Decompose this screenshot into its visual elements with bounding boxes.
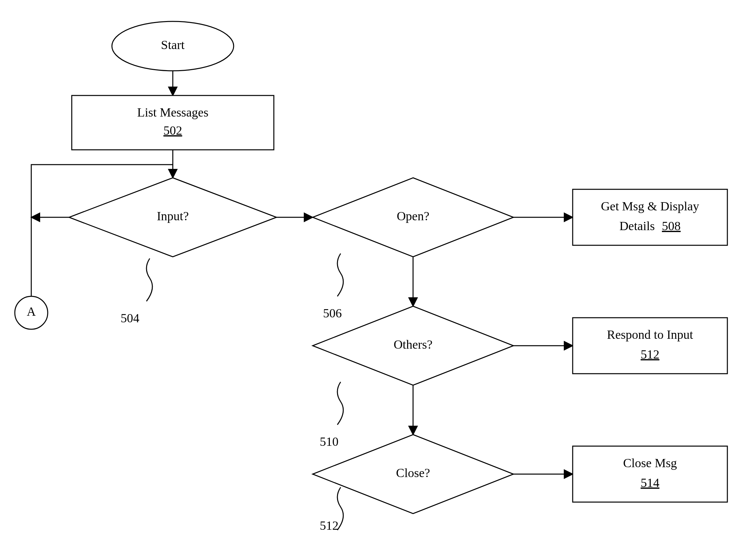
ref-pointer-506	[337, 253, 343, 296]
decision-close-label: Close?	[396, 466, 430, 480]
respond-label: Respond to Input	[607, 328, 693, 341]
get-msg-label2: Details 508	[619, 219, 680, 233]
flowchart: Start List Messages 502 Input? 504 A Ope…	[0, 0, 756, 536]
process-get-msg	[573, 189, 727, 245]
decision-close-ref: 512	[320, 519, 339, 532]
list-messages-ref: 502	[164, 123, 182, 137]
decision-input-label: Input?	[157, 209, 189, 223]
process-close-msg	[573, 446, 727, 502]
process-list-messages	[72, 95, 274, 150]
ref-pointer-504	[146, 258, 152, 301]
decision-open-ref: 506	[323, 306, 342, 320]
decision-others-label: Others?	[394, 337, 432, 351]
get-msg-label1: Get Msg & Display	[601, 199, 699, 213]
decision-open-label: Open?	[396, 209, 429, 223]
start-label: Start	[161, 38, 185, 52]
ref-pointer-510	[337, 382, 343, 425]
decision-others-ref: 510	[320, 435, 339, 449]
close-msg-ref: 514	[641, 476, 660, 489]
decision-input-ref: 504	[121, 311, 140, 325]
process-respond	[573, 318, 727, 374]
list-messages-label: List Messages	[137, 105, 208, 119]
connector-a-label: A	[27, 305, 36, 318]
close-msg-label: Close Msg	[623, 456, 677, 470]
respond-ref: 512	[641, 347, 660, 361]
